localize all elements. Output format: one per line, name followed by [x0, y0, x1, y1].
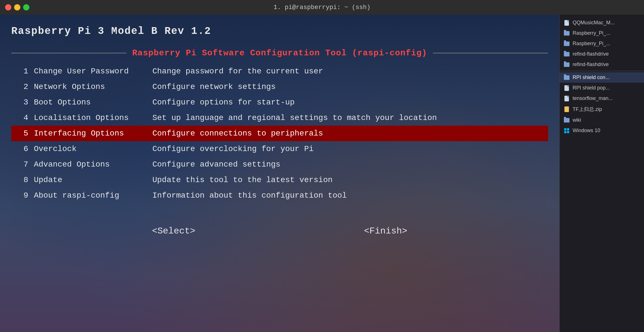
sidebar-item-label-3: refind-flashdrive — [573, 51, 609, 57]
sidebar-item-4[interactable]: refind-flashdrive — [560, 59, 644, 70]
menu-desc-2: Configure network settings — [152, 82, 545, 91]
sidebar-item-label-7: tensorflow_man... — [573, 95, 613, 101]
sidebar-item-5[interactable]: RPI shield con... — [560, 72, 644, 83]
sep-line-left — [11, 53, 126, 53]
menu-desc-5: Configure connections to peripherals — [152, 129, 545, 138]
windows-icon — [564, 128, 569, 133]
menu-name-5: Interfacing Options — [34, 129, 152, 138]
sidebar-item-label-0: QQMusicMac_M... — [573, 20, 615, 26]
minimize-button[interactable] — [14, 4, 20, 10]
select-button[interactable]: <Select> — [152, 226, 196, 236]
sidebar-item-7[interactable]: tensorflow_man... — [560, 93, 644, 104]
sidebar-item-label-9: wiki — [573, 117, 581, 123]
menu-desc-4: Set up language and regional settings to… — [152, 113, 545, 122]
tool-title-separator: Raspberry Pi Software Configuration Tool… — [11, 48, 548, 58]
menu-number-5: 5 — [14, 129, 28, 138]
maximize-button[interactable] — [23, 4, 29, 10]
menu-item-8[interactable]: 8UpdateUpdate this tool to the latest ve… — [11, 172, 548, 188]
folder-icon — [564, 62, 569, 67]
menu-number-1: 1 — [14, 67, 28, 76]
menu-item-2[interactable]: 2Network OptionsConfigure network settin… — [11, 79, 548, 95]
menu-desc-3: Configure options for start-up — [152, 98, 545, 107]
menu-number-2: 2 — [14, 82, 28, 91]
terminal-area: Raspberry Pi 3 Model B Rev 1.2 Raspberry… — [0, 15, 559, 332]
main-container: Raspberry Pi 3 Model B Rev 1.2 Raspberry… — [0, 15, 644, 332]
folder-icon — [564, 52, 569, 56]
close-button[interactable] — [5, 4, 11, 10]
menu-number-4: 4 — [14, 113, 28, 122]
file-icon — [564, 85, 569, 91]
menu-number-8: 8 — [14, 176, 28, 184]
zip-icon — [564, 106, 569, 112]
menu-name-1: Change User Password — [34, 67, 152, 76]
sidebar-item-label-1: Raspberry_Pi_... — [573, 30, 610, 36]
folder-icon — [564, 75, 569, 80]
pi-model-title: Raspberry Pi 3 Model B Rev 1.2 — [11, 20, 548, 40]
menu-name-2: Network Options — [34, 82, 152, 91]
sidebar-item-1[interactable]: Raspberry_Pi_... — [560, 28, 644, 38]
menu-name-7: Advanced Options — [34, 160, 152, 169]
menu-number-9: 9 — [14, 191, 28, 200]
menu-name-4: Localisation Options — [34, 113, 152, 122]
title-bar: 1. pi@raspberrypi: ~ (ssh) — [0, 0, 644, 15]
sidebar-item-label-6: RPI shield pop... — [573, 85, 610, 91]
menu-item-5[interactable]: 5Interfacing OptionsConfigure connection… — [11, 126, 548, 141]
menu-item-6[interactable]: 6OverclockConfigure overclocking for you… — [11, 141, 548, 157]
menu-list: 1Change User PasswordChange password for… — [11, 64, 548, 203]
menu-name-6: Overclock — [34, 145, 152, 153]
sidebar-item-label-10: Windows 10 — [573, 128, 600, 134]
menu-desc-9: Information about this configuration too… — [152, 191, 545, 200]
menu-item-7[interactable]: 7Advanced OptionsConfigure advanced sett… — [11, 157, 548, 172]
sidebar-item-8[interactable]: TF上归总.zip — [560, 104, 644, 115]
sidebar-item-label-8: TF上归总.zip — [573, 106, 602, 113]
menu-item-4[interactable]: 4Localisation OptionsSet up language and… — [11, 110, 548, 126]
menu-name-8: Update — [34, 176, 152, 184]
menu-item-9[interactable]: 9About raspi-configInformation about thi… — [11, 188, 548, 203]
sidebar-item-6[interactable]: RPI shield pop... — [560, 83, 644, 93]
menu-item-3[interactable]: 3Boot OptionsConfigure options for start… — [11, 95, 548, 110]
sidebar-item-label-4: refind-flashdrive — [573, 62, 609, 67]
menu-desc-1: Change password for the current user — [152, 67, 545, 76]
menu-desc-8: Update this tool to the latest version — [152, 176, 545, 184]
sep-line-right — [433, 53, 548, 53]
sidebar: QQMusicMac_M...Raspberry_Pi_...Raspberry… — [559, 15, 644, 332]
folder-icon — [564, 118, 569, 123]
window-controls[interactable] — [5, 4, 29, 10]
sidebar-item-label-5: RPI shield con... — [573, 75, 610, 80]
menu-name-3: Boot Options — [34, 98, 152, 107]
sidebar-item-label-2: Raspberry_Pi_... — [573, 41, 610, 47]
menu-desc-6: Configure overclocking for your Pi — [152, 145, 545, 153]
sidebar-item-0[interactable]: QQMusicMac_M... — [560, 18, 644, 28]
menu-number-3: 3 — [14, 98, 28, 107]
sidebar-item-9[interactable]: wiki — [560, 115, 644, 125]
sidebar-item-10[interactable]: Windows 10 — [560, 125, 644, 136]
terminal-content: Raspberry Pi 3 Model B Rev 1.2 Raspberry… — [0, 15, 559, 248]
folder-icon — [564, 31, 569, 36]
file-icon — [564, 20, 569, 26]
tool-title: Raspberry Pi Software Configuration Tool… — [132, 48, 427, 58]
folder-icon — [564, 42, 569, 46]
file-icon — [564, 96, 569, 101]
sidebar-item-3[interactable]: refind-flashdrive — [560, 49, 644, 59]
window-title: 1. pi@raspberrypi: ~ (ssh) — [273, 4, 370, 11]
menu-number-7: 7 — [14, 160, 28, 169]
finish-button[interactable]: <Finish> — [364, 226, 408, 236]
bottom-buttons: <Select> <Finish> — [11, 220, 548, 242]
menu-item-1[interactable]: 1Change User PasswordChange password for… — [11, 64, 548, 79]
menu-number-6: 6 — [14, 145, 28, 153]
menu-name-9: About raspi-config — [34, 191, 152, 200]
menu-desc-7: Configure advanced settings — [152, 160, 545, 169]
sidebar-item-2[interactable]: Raspberry_Pi_... — [560, 38, 644, 49]
sidebar-divider — [560, 71, 644, 71]
